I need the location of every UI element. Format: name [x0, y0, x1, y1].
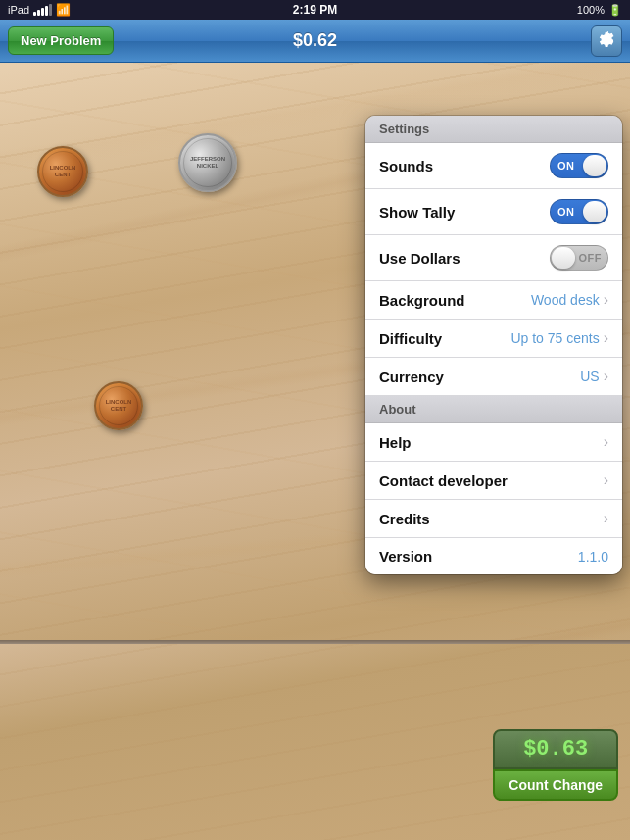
status-right: 100% 🔋	[577, 4, 622, 17]
settings-row-credits[interactable]: Credits ›	[365, 500, 622, 538]
about-section-header: About	[365, 396, 622, 423]
sounds-label: Sounds	[379, 158, 433, 174]
status-time: 2:19 PM	[293, 3, 337, 17]
gear-icon	[597, 31, 616, 51]
settings-row-use-dollars[interactable]: Use Dollars OFF	[365, 235, 622, 281]
show-tally-toggle[interactable]: ON	[550, 199, 608, 224]
credits-chevron: ›	[604, 510, 608, 527]
show-tally-toggle-thumb	[583, 201, 606, 222]
battery-label: 100%	[577, 4, 605, 16]
currency-chevron: ›	[604, 368, 608, 385]
settings-row-contact[interactable]: Contact developer ›	[365, 462, 622, 500]
wifi-icon: 📶	[56, 3, 71, 17]
settings-section-header: Settings	[365, 116, 622, 143]
use-dollars-toggle-thumb	[552, 247, 575, 269]
version-label: Version	[379, 548, 432, 565]
currency-label: Currency	[379, 369, 444, 385]
show-tally-toggle-label: ON	[557, 206, 575, 218]
settings-row-background[interactable]: Background Wood desk ›	[365, 281, 622, 320]
version-value: 1.1.0	[578, 549, 608, 565]
settings-row-help[interactable]: Help ›	[365, 423, 622, 462]
contact-chevron: ›	[604, 471, 608, 489]
difficulty-value-text: Up to 75 cents	[510, 330, 599, 346]
sounds-toggle-thumb	[583, 155, 606, 176]
contact-label: Contact developer	[379, 472, 508, 489]
coin-penny-2[interactable]: LINCOLNCENT	[94, 381, 143, 430]
coin-nickel-1[interactable]: JEFFERSONNICKEL	[178, 133, 237, 192]
count-change-container: $0.63 Count Change	[493, 729, 618, 801]
settings-button[interactable]	[591, 25, 622, 57]
main-area: LINCOLNCENT JEFFERSONNICKEL LINCOLNCENT …	[0, 63, 630, 840]
divider	[0, 640, 630, 644]
background-label: Background	[379, 292, 465, 309]
sounds-toggle-label: ON	[557, 160, 575, 172]
status-left: iPad 📶	[8, 3, 71, 17]
help-label: Help	[379, 434, 412, 451]
coin-penny-1[interactable]: LINCOLNCENT	[37, 146, 88, 197]
use-dollars-label: Use Dollars	[379, 250, 460, 267]
background-value-text: Wood desk	[531, 292, 600, 308]
show-tally-label: Show Tally	[379, 204, 455, 221]
settings-row-show-tally[interactable]: Show Tally ON	[365, 189, 622, 235]
credits-label: Credits	[379, 511, 430, 527]
difficulty-value: Up to 75 cents ›	[510, 329, 608, 347]
difficulty-chevron: ›	[604, 329, 608, 347]
count-change-button[interactable]: Count Change	[493, 769, 618, 801]
sounds-toggle[interactable]: ON	[550, 153, 608, 178]
currency-value-text: US	[580, 369, 599, 384]
nav-bar: New Problem $0.62	[0, 20, 630, 63]
settings-row-version: Version 1.1.0	[365, 538, 622, 574]
currency-value: US ›	[580, 368, 608, 385]
carrier-label: iPad	[8, 4, 29, 16]
new-problem-button[interactable]: New Problem	[8, 26, 114, 55]
battery-icon: 🔋	[608, 4, 622, 17]
use-dollars-toggle[interactable]: OFF	[550, 245, 608, 271]
settings-row-currency[interactable]: Currency US ›	[365, 358, 622, 396]
difficulty-label: Difficulty	[379, 330, 442, 347]
settings-row-sounds[interactable]: Sounds ON	[365, 143, 622, 189]
background-value: Wood desk ›	[531, 291, 608, 309]
nav-title: $0.62	[293, 30, 337, 51]
help-chevron: ›	[604, 433, 608, 451]
use-dollars-toggle-label: OFF	[579, 252, 603, 264]
settings-popover: Settings Sounds ON Show Tally ON Use Dol…	[365, 116, 622, 574]
background-chevron: ›	[604, 291, 608, 309]
settings-row-difficulty[interactable]: Difficulty Up to 75 cents ›	[365, 320, 622, 358]
count-change-display: $0.63	[493, 729, 618, 769]
signal-icon	[33, 4, 52, 16]
status-bar: iPad 📶 2:19 PM 100% 🔋	[0, 0, 630, 20]
